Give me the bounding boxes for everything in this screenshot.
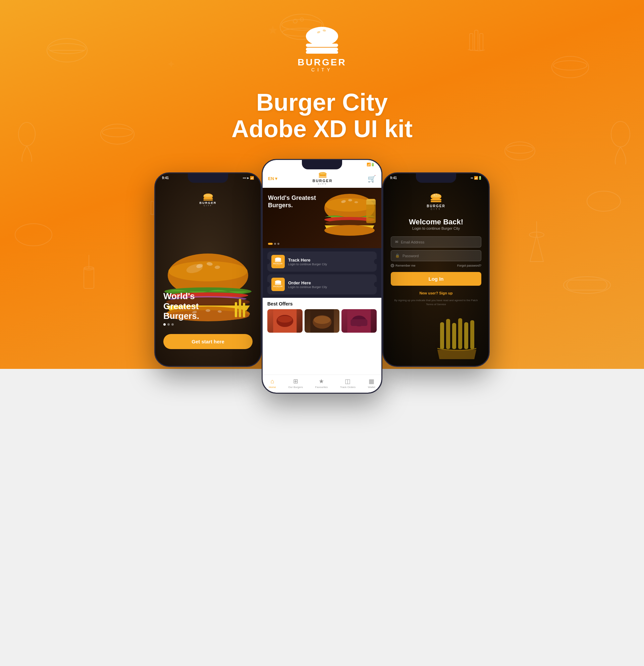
- phone-left-status-bar: 9:41 ▪▪▪ ▸ 📶: [162, 176, 254, 180]
- phone-middle-signal: ▪▪ 📶🔋: [363, 163, 375, 166]
- ticket-notch-left-2: [267, 282, 270, 287]
- ticket-logo-city-2: CITY: [276, 287, 280, 289]
- phone-left-dots: [163, 323, 199, 326]
- track-here-card[interactable]: BURGER CITY Track Here Login to continue…: [267, 251, 377, 271]
- svg-point-68: [322, 172, 323, 173]
- phone-left-logo-icon: [203, 193, 213, 201]
- svg-rect-63: [203, 198, 213, 199]
- banner-dot-1: [268, 243, 273, 245]
- phone-right-brand: BURGER: [427, 204, 445, 208]
- forgot-password-link[interactable]: Forgot password?: [457, 264, 481, 267]
- logo-section: BURGER CITY: [297, 27, 346, 72]
- lock-icon: 🔒: [395, 253, 400, 258]
- wallet-icon: ▦: [369, 378, 374, 385]
- svg-point-107: [434, 194, 435, 195]
- burger-nav-icon: ⊞: [293, 378, 298, 385]
- best-offers-title: Best Offers: [267, 301, 377, 306]
- nav-item-favourites[interactable]: ★ Favourites: [315, 378, 328, 389]
- svg-rect-89: [275, 284, 281, 285]
- svg-rect-64: [203, 199, 213, 200]
- order-here-card[interactable]: BURGER CITY Order Here Login to continue…: [267, 274, 377, 295]
- cart-icon[interactable]: 🛒: [368, 175, 376, 183]
- phone-right: 9:41 ▪▪ 📶🔋: [382, 172, 490, 367]
- svg-rect-41: [306, 51, 338, 54]
- remember-checkbox[interactable]: [391, 264, 394, 267]
- phone-middle-lang-text: EN: [268, 176, 274, 181]
- track-icon: ◫: [345, 378, 350, 385]
- login-button[interactable]: Log In: [391, 272, 481, 286]
- ticket-logo-1: BURGER CITY: [271, 255, 285, 268]
- ticket-track-info: Track Here Login to continue Burger City: [288, 258, 373, 266]
- phone-middle-cards: BURGER CITY Track Here Login to continue…: [263, 248, 381, 298]
- ticket-logo-2: BURGER CITY: [271, 278, 285, 291]
- phone-left-world-text: World's Greatest Burgers.: [163, 292, 199, 321]
- svg-rect-109: [431, 199, 441, 200]
- chevron-down-icon: ▾: [275, 176, 277, 181]
- phone-middle-logo-icon: [318, 172, 327, 179]
- phone-left-signal-icons: ▪▪▪ ▸ 📶: [243, 176, 254, 180]
- svg-rect-60: [243, 303, 245, 317]
- phone-middle-language[interactable]: EN ▾: [268, 176, 277, 181]
- phone-left: 9:41 ▪▪▪ ▸ 📶: [154, 172, 262, 367]
- phone-left-cta-button[interactable]: Get start here: [163, 334, 253, 349]
- nav-label-wallet: Wallet: [368, 386, 375, 389]
- nav-label-favourites: Favourites: [315, 386, 328, 389]
- nav-item-burgers[interactable]: ⊞ Our Burgers: [288, 378, 303, 389]
- phone-left-time: 9:41: [162, 176, 169, 180]
- welcome-title: Welcome Back!: [409, 218, 463, 226]
- offer-3-illustration: [342, 309, 377, 333]
- svg-point-92: [277, 316, 292, 322]
- svg-point-62: [204, 194, 212, 197]
- phone-left-logo: BURGER CITY: [199, 193, 216, 207]
- dot-3: [171, 323, 174, 326]
- svg-point-36: [306, 27, 338, 46]
- phone-right-city: CITY: [431, 208, 441, 210]
- phones-section: 9:41 ▪▪▪ ▸ 📶: [154, 159, 490, 394]
- nav-label-burgers: Our Burgers: [288, 386, 303, 389]
- offer-image-3[interactable]: [342, 309, 377, 333]
- email-input-field[interactable]: ✉ Email Address: [391, 236, 481, 247]
- content-wrapper: BURGER CITY Burger City Adobe XD UI kit …: [0, 0, 644, 394]
- phone-middle-offers: Best Offers: [263, 298, 381, 374]
- phone-right-login-form: BURGER CITY Welcome Back! Login to conti…: [383, 173, 489, 366]
- phone-middle-time: 9:41: [269, 163, 276, 166]
- ticket-notch-right-1: [374, 259, 377, 264]
- phone-left-logo-text: BURGER: [199, 201, 216, 205]
- svg-point-95: [314, 316, 330, 324]
- remember-label: Remember me: [396, 264, 416, 267]
- heading-line2: Adobe XD UI kit: [231, 115, 413, 142]
- ticket-notch-right-2: [374, 282, 377, 287]
- svg-rect-84: [275, 260, 281, 261]
- terms-text: By signing up you indicate that you have…: [391, 298, 481, 306]
- ticket-burger-icon-2: [274, 280, 282, 286]
- burger-logo-icon: [303, 27, 341, 54]
- new-user-signup-link[interactable]: New user? Sign up: [419, 291, 452, 295]
- password-input-field[interactable]: 🔒 Password: [391, 250, 481, 261]
- phone-middle-logo: BURGER CITY: [313, 172, 333, 185]
- nav-label-track: Track Orders: [340, 386, 355, 389]
- star-icon: ★: [319, 378, 324, 385]
- phone-middle: 9:41 ▪▪ 📶🔋 EN ▾: [262, 159, 382, 394]
- svg-rect-88: [275, 283, 281, 284]
- offer-image-2[interactable]: [304, 309, 340, 333]
- nav-item-home[interactable]: ⌂ Home: [269, 378, 276, 389]
- track-here-sub: Login to continue Burger City: [288, 263, 373, 266]
- offers-grid: [267, 309, 377, 333]
- offer-image-1[interactable]: [267, 309, 302, 333]
- nav-label-home: Home: [269, 386, 276, 389]
- offer-2-illustration: [304, 309, 340, 333]
- svg-rect-40: [306, 48, 338, 51]
- svg-rect-85: [275, 261, 281, 262]
- remember-forgot-row: Remember me Forgot password?: [391, 264, 481, 267]
- home-icon: ⌂: [271, 378, 274, 385]
- svg-point-83: [275, 258, 281, 260]
- nav-item-track[interactable]: ◫ Track Orders: [340, 378, 355, 389]
- logo-brand-text: BURGER: [297, 58, 346, 67]
- nav-item-wallet[interactable]: ▦ Wallet: [368, 378, 375, 389]
- svg-point-78: [324, 225, 375, 236]
- phone-right-status-bar: 9:41 ▪▪ 📶🔋: [390, 176, 482, 180]
- phone-middle-banner: World's Greatest Burgers.: [263, 188, 381, 248]
- svg-point-106: [431, 194, 441, 197]
- email-placeholder: Email Address: [401, 240, 424, 244]
- phone-middle-banner-text: World's Greatest Burgers.: [268, 194, 316, 209]
